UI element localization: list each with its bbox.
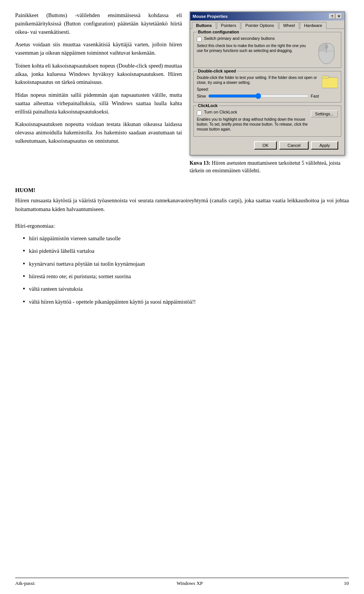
dialog-bottom-buttons: OK Cancel Apply <box>193 140 341 152</box>
page: Painikkeet (Buttons) -välilehden ensimmä… <box>0 0 364 594</box>
cancel-button[interactable]: Cancel <box>279 141 309 150</box>
speed-slider-row: Slow Fast <box>197 93 319 99</box>
speed-slider[interactable] <box>208 93 309 99</box>
right-column: Mouse Properties ? ✕ Buttons Pointers Po… <box>190 11 349 174</box>
mouse-properties-dialog: Mouse Properties ? ✕ Buttons Pointers Po… <box>190 11 345 156</box>
switch-checkbox-label: Switch primary and secondary buttons <box>204 36 275 41</box>
paragraph-1: Painikkeet (Buttons) -välilehden ensimmä… <box>15 11 182 36</box>
dialog-title: Mouse Properties <box>193 14 228 19</box>
footer: Atk-passi: Windows XP 10 <box>15 578 349 586</box>
paragraph-3: Toinen kohta eli kaksoisnapsautuksen nop… <box>15 62 182 87</box>
footer-right: 10 <box>344 580 349 586</box>
clicklock-row: Turn on ClickLock Enables you to highlig… <box>197 110 338 134</box>
double-click-label: Double-click speed <box>197 69 237 73</box>
ergonomia-heading: Hiiri-ergonomiaa: <box>15 222 349 230</box>
caption-text: Hiiren asetusten muuttamiseen tarkoitetu… <box>190 160 340 173</box>
left-column: Painikkeet (Buttons) -välilehden ensimmä… <box>15 11 182 174</box>
clicklock-inner: Turn on ClickLock Enables you to highlig… <box>197 110 309 134</box>
list-item: kyynärvarsi tuettava pöytään tai tuolin … <box>15 260 349 268</box>
list-item: vältä ranteen taivutuksia <box>15 285 349 293</box>
switch-description: Select this check box to make the button… <box>197 43 312 53</box>
ok-button[interactable]: OK <box>254 141 277 150</box>
paragraph-2: Asetus voidaan siis muuttaa vasenkätisiä… <box>15 41 182 57</box>
clicklock-checkbox-label: Turn on ClickLock <box>204 110 237 114</box>
list-item: käsi pidettävä lähellä vartaloa <box>15 247 349 255</box>
double-click-description: Double-click the folder to test your set… <box>197 75 319 85</box>
switch-checkbox[interactable] <box>197 37 202 42</box>
list-item: hiirestä rento ote; ei puristusta; sorme… <box>15 272 349 281</box>
close-button[interactable]: ✕ <box>336 14 342 19</box>
speed-fast-label: Fast <box>311 94 319 98</box>
caption-label: Kuva 13: <box>190 160 210 166</box>
switch-checkbox-row: Switch primary and secondary buttons <box>197 36 312 42</box>
speed-label: Speed: <box>197 87 209 91</box>
button-config-label: Button configuration <box>197 30 240 34</box>
titlebar-buttons: ? ✕ <box>329 14 342 19</box>
dialog-tabs: Buttons Pointers Pointer Options Wheel H… <box>190 20 344 29</box>
help-button[interactable]: ? <box>329 14 335 19</box>
button-config-left: Switch primary and secondary buttons Sel… <box>197 36 312 55</box>
clicklock-checkbox[interactable] <box>197 110 202 115</box>
double-click-inner: Double-click the folder to test your set… <box>197 75 338 99</box>
apply-button[interactable]: Apply <box>311 141 338 150</box>
main-content: Painikkeet (Buttons) -välilehden ensimmä… <box>15 11 349 174</box>
test-folder[interactable] <box>322 75 338 90</box>
list-item: vältä hiiren käyttöä - opettele pikanäpp… <box>15 298 349 306</box>
speed-slow-label: Slow <box>197 94 206 98</box>
double-click-section: Double-click speed Double-click the fold… <box>193 71 341 102</box>
clicklock-label: ClickLock <box>197 103 219 108</box>
tab-pointers[interactable]: Pointers <box>217 22 240 29</box>
tab-wheel[interactable]: Wheel <box>279 22 299 29</box>
list-item: hiiri näppäimistön viereen samalle tasol… <box>15 234 349 243</box>
footer-left: Atk-passi: <box>15 580 35 586</box>
clicklock-description: Enables you to highlight or drag without… <box>197 117 309 132</box>
settings-button[interactable]: Settings... <box>311 110 338 117</box>
speed-row: Speed: Slow Fast <box>197 87 319 99</box>
paragraph-4: Hidas nopeus nimittäin sallii pidemmän a… <box>15 91 182 116</box>
clicklock-section: ClickLock Turn on ClickLock Enables you … <box>193 106 341 137</box>
button-config-inner: Switch primary and secondary buttons Sel… <box>197 36 338 65</box>
lower-content: HUOM! Hiiren runsaasta käytöstä ja vääri… <box>15 186 349 306</box>
tab-hardware[interactable]: Hardware <box>300 22 326 29</box>
button-config-content: Switch primary and secondary buttons Sel… <box>197 36 338 65</box>
double-click-content: Double-click the folder to test your set… <box>197 75 338 99</box>
dialog-titlebar: Mouse Properties ? ✕ <box>190 12 344 20</box>
dialog-body: Button configuration Switch primary and … <box>190 29 344 155</box>
mouse-illustration <box>315 36 338 65</box>
figure-caption: Kuva 13: Hiiren asetusten muuttamiseen t… <box>190 159 349 174</box>
tab-pointer-options[interactable]: Pointer Options <box>241 22 278 29</box>
huom-text: Hiiren runsaasta käytöstä ja vääristä ty… <box>15 196 349 214</box>
dclick-left: Double-click the folder to test your set… <box>197 75 319 99</box>
huom-label: HUOM! <box>15 186 349 195</box>
svg-rect-5 <box>322 76 329 78</box>
clicklock-checkbox-row: Turn on ClickLock <box>197 110 309 115</box>
paragraph-5: Kaksoisnapsautuksen nopeutta voidaan tes… <box>15 120 182 145</box>
folder-test-area <box>322 75 338 90</box>
button-config-section: Button configuration Switch primary and … <box>193 32 341 68</box>
settings-btn-area: Settings... <box>311 110 338 117</box>
ergonomia-list: hiiri näppäimistön viereen samalle tasol… <box>15 234 349 306</box>
mouse-icon <box>315 36 338 65</box>
folder-icon <box>322 75 338 89</box>
speed-labels: Speed: <box>197 87 319 91</box>
footer-center: Windows XP <box>177 580 203 586</box>
svg-rect-4 <box>322 77 338 88</box>
tab-buttons[interactable]: Buttons <box>192 22 216 29</box>
